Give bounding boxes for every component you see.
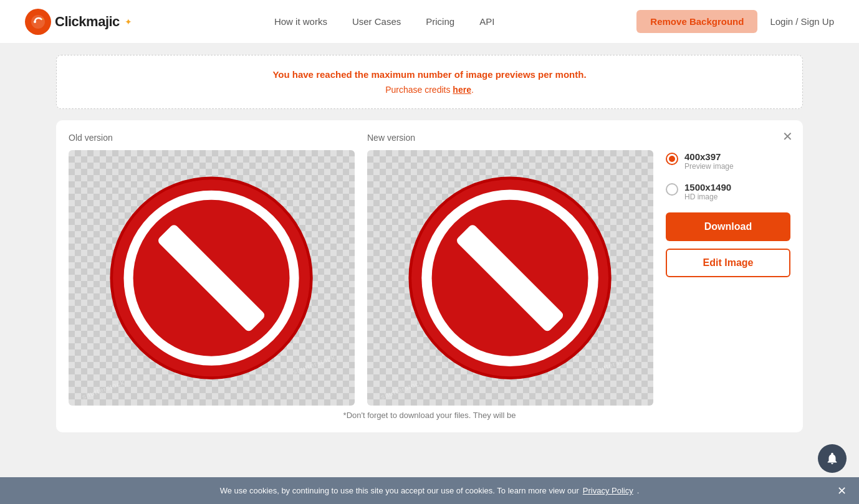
close-button[interactable]: ✕ xyxy=(782,129,793,144)
cookie-bar: We use cookies, by continuing to use thi… xyxy=(0,477,859,504)
brand-name: Clickmajic xyxy=(55,14,120,30)
comparison-panel: ✕ Old version xyxy=(56,120,803,432)
svg-point-1 xyxy=(34,21,36,23)
old-version-image: shutterstock shutterstock xyxy=(69,150,355,406)
purchase-credits-link[interactable]: here xyxy=(453,85,471,95)
edit-image-button[interactable]: Edit Image xyxy=(666,249,790,277)
resolution-option-preview[interactable]: 400x397 Preview image xyxy=(666,151,790,171)
new-version-panel: New version shutterstock shutterstock xyxy=(367,133,653,406)
nav-pricing[interactable]: Pricing xyxy=(426,16,454,27)
new-image-svg xyxy=(388,169,631,387)
radio-hd-info: 1500x1490 HD image xyxy=(684,182,731,201)
nav-user-cases[interactable]: User Cases xyxy=(352,16,401,27)
navbar-right: Remove Background Login / Sign Up xyxy=(636,10,834,33)
logo-svg xyxy=(30,14,46,30)
login-button[interactable]: Login / Sign Up xyxy=(770,16,834,27)
old-image-svg xyxy=(90,169,333,387)
versions-wrapper: Old version xyxy=(69,133,790,406)
hd-resolution: 1500x1490 xyxy=(684,182,731,193)
logo-icon xyxy=(25,9,51,35)
footer-note: *Don't forget to download your files. Th… xyxy=(69,411,790,420)
nav-how-it-works[interactable]: How it works xyxy=(274,16,327,27)
radio-hd[interactable] xyxy=(666,183,678,196)
cookie-close-button[interactable]: ✕ xyxy=(837,484,847,498)
download-button[interactable]: Download xyxy=(666,212,790,241)
nav-api[interactable]: API xyxy=(479,16,494,27)
radio-preview[interactable] xyxy=(666,153,678,165)
alert-main-text: You have reached the maximum number of i… xyxy=(69,69,790,80)
hd-sub: HD image xyxy=(684,193,731,201)
cookie-text: We use cookies, by continuing to use thi… xyxy=(220,486,579,495)
alert-sub-text: Purchase credits here. xyxy=(69,85,790,95)
remove-background-button[interactable]: Remove Background xyxy=(636,10,757,33)
logo[interactable]: Clickmajic✦ xyxy=(25,9,132,35)
alert-box: You have reached the maximum number of i… xyxy=(56,55,803,109)
nav-links: How it works User Cases Pricing API xyxy=(274,16,494,27)
preview-sub: Preview image xyxy=(684,162,734,171)
radio-preview-info: 400x397 Preview image xyxy=(684,151,734,171)
new-version-image: shutterstock shutterstock xyxy=(367,150,653,406)
notification-bell[interactable] xyxy=(818,444,847,473)
alert-sub-label: Purchase credits xyxy=(385,85,453,95)
svg-point-0 xyxy=(31,15,45,29)
old-version-panel: Old version xyxy=(69,133,355,406)
privacy-policy-link[interactable]: Privacy Policy xyxy=(583,486,633,495)
old-version-label: Old version xyxy=(69,133,355,143)
right-panel: 400x397 Preview image 1500x1490 HD image… xyxy=(666,133,790,406)
bell-icon xyxy=(825,452,839,465)
resolution-option-hd[interactable]: 1500x1490 HD image xyxy=(666,182,790,201)
preview-resolution: 400x397 xyxy=(684,151,734,162)
navbar: Clickmajic✦ How it works User Cases Pric… xyxy=(0,0,859,44)
new-version-label: New version xyxy=(367,133,653,143)
